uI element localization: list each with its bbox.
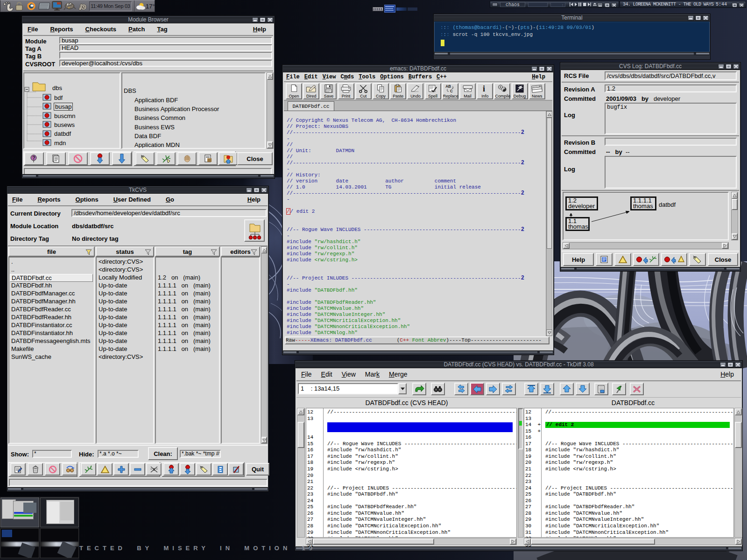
svg-text:AB: AB xyxy=(445,84,451,89)
svg-text:i: i xyxy=(483,84,485,93)
svg-text:C: C xyxy=(450,89,453,93)
svg-text:?: ? xyxy=(32,155,35,161)
